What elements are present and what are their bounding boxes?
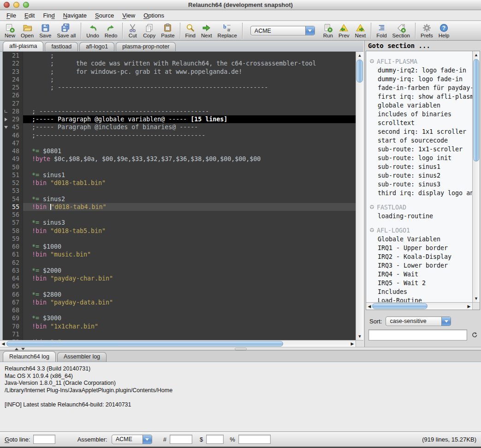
code-text[interactable]: ;----- Paragraph @globale variablen@ ---… bbox=[23, 115, 356, 123]
scroll-down-arrow-icon[interactable]: ▼ bbox=[473, 295, 480, 302]
fold-gutter[interactable] bbox=[3, 211, 9, 219]
section-item[interactable]: Load-Routine bbox=[366, 296, 472, 302]
section-item[interactable]: Includes bbox=[366, 287, 472, 296]
fold-gutter[interactable] bbox=[3, 84, 9, 91]
menu-options[interactable]: Options bbox=[139, 11, 168, 20]
fold-gutter[interactable] bbox=[3, 291, 9, 299]
editor-hscroll-thumb[interactable] bbox=[6, 341, 283, 346]
fold-gutter[interactable] bbox=[3, 187, 9, 195]
scroll-left-arrow-icon[interactable]: ◀ bbox=[0, 340, 6, 347]
editor-vscroll-thumb[interactable] bbox=[356, 60, 363, 83]
section-item[interactable]: sub-route: logo init bbox=[366, 154, 472, 162]
assembler-combobox[interactable]: ACME bbox=[112, 435, 152, 444]
section-item[interactable]: second irq: 1x1 scroller bbox=[366, 127, 472, 136]
code-line[interactable]: 47 bbox=[3, 139, 356, 147]
editor-horizontal-scrollbar[interactable]: ◀ ▶ bbox=[0, 340, 356, 347]
code-text[interactable] bbox=[23, 235, 356, 243]
code-line[interactable]: 61!bin "music.bin" bbox=[3, 251, 356, 258]
sections-hscroll-thumb[interactable] bbox=[372, 303, 428, 309]
fold-gutter[interactable] bbox=[3, 259, 9, 267]
scroll-up-arrow-icon[interactable]: ▲ bbox=[473, 51, 480, 59]
code-line[interactable]: 27 bbox=[3, 100, 356, 108]
editor-vertical-scrollbar[interactable]: ▲ ▼ bbox=[356, 52, 363, 340]
menu-edit[interactable]: Edit bbox=[20, 11, 39, 20]
fold-gutter[interactable] bbox=[3, 267, 9, 275]
code-text[interactable]: *= $3000 bbox=[23, 314, 356, 322]
fold-gutter[interactable] bbox=[3, 52, 9, 60]
code-line[interactable]: 70!bin "1x1char.bin" bbox=[3, 323, 356, 330]
code-text[interactable] bbox=[23, 100, 356, 108]
code-line[interactable]: 51*= sinus1 bbox=[3, 171, 356, 179]
prefs-button[interactable]: Prefs bbox=[418, 23, 436, 39]
code-text[interactable]: !bin "payday-char.bin" bbox=[23, 275, 356, 282]
code-text[interactable]: !bin "music.bin" bbox=[23, 251, 356, 258]
fold-gutter[interactable] bbox=[3, 227, 9, 235]
section-item[interactable]: sub-route: sinus3 bbox=[366, 180, 472, 189]
fold-gutter[interactable] bbox=[3, 155, 9, 163]
code-line[interactable]: 21 ; bbox=[3, 52, 356, 60]
goto-line-input[interactable] bbox=[33, 435, 55, 444]
fold-gutter[interactable] bbox=[3, 306, 9, 314]
code-line[interactable]: 48*= $0801 bbox=[3, 147, 356, 155]
menu-navigate[interactable]: Navigate bbox=[59, 11, 91, 20]
code-line[interactable]: 58!bin "d018-tab5.bin" bbox=[3, 227, 356, 235]
code-text[interactable]: !bin "d018-tab4.bin" bbox=[23, 203, 356, 211]
code-text[interactable] bbox=[23, 91, 356, 99]
code-line[interactable]: 59 bbox=[3, 235, 356, 243]
replace-button[interactable]: baReplace bbox=[215, 23, 240, 39]
divider-handle[interactable] bbox=[235, 348, 247, 350]
fold-collapsed-icon[interactable] bbox=[5, 118, 7, 121]
code-text[interactable] bbox=[23, 139, 356, 147]
fold-button[interactable]: Fold bbox=[374, 23, 389, 39]
section-item[interactable]: start of sourcecode bbox=[366, 136, 472, 145]
code-line[interactable]: 45;----- Paragraph @includes of binaries… bbox=[3, 123, 356, 131]
save-all-button[interactable]: Save all bbox=[54, 23, 78, 39]
fold-gutter[interactable] bbox=[3, 282, 9, 290]
collapse-up-icon[interactable] bbox=[15, 348, 18, 350]
section-item[interactable]: sub-route: sinus2 bbox=[366, 171, 472, 180]
scroll-right-arrow-icon[interactable]: ▶ bbox=[349, 340, 356, 347]
code-text[interactable]: *= sinus2 bbox=[23, 195, 356, 203]
code-line[interactable]: 60*= $1000 bbox=[3, 243, 356, 251]
code-text[interactable]: *= $1000 bbox=[23, 243, 356, 251]
code-line[interactable]: 23 ; for windows-pc. grab it at www.pope… bbox=[3, 68, 356, 76]
menu-view[interactable]: View bbox=[118, 11, 139, 20]
section-item[interactable]: dummy-irq: logo fade-in bbox=[366, 75, 472, 84]
code-text[interactable]: !bin "d018-tab1.bin" bbox=[23, 179, 356, 187]
fold-gutter[interactable] bbox=[3, 330, 9, 338]
help-button[interactable]: ?Help bbox=[436, 23, 452, 39]
code-text[interactable]: ; for windows-pc. grab it at www.popelga… bbox=[23, 68, 356, 76]
fold-gutter[interactable] bbox=[3, 131, 9, 139]
section-item[interactable]: scrolltext bbox=[366, 119, 472, 127]
fold-gutter[interactable] bbox=[3, 123, 9, 131]
code-line[interactable]: 53 bbox=[3, 187, 356, 195]
fold-gutter[interactable] bbox=[3, 76, 9, 84]
section-item[interactable]: IRQ5 - Wait 2 bbox=[366, 279, 472, 287]
code-line[interactable]: 50 bbox=[3, 163, 356, 171]
section-item[interactable]: third irq: display logo and bbox=[366, 189, 472, 197]
fold-gutter[interactable] bbox=[3, 323, 9, 330]
code-editor[interactable]: 21 ;22 ; the code was written with Relau… bbox=[3, 52, 356, 340]
run-button[interactable]: Run bbox=[321, 23, 336, 39]
code-line[interactable]: 63*= $2000 bbox=[3, 267, 356, 275]
refresh-icon[interactable] bbox=[471, 332, 478, 338]
tab-afl-logo1[interactable]: afl-logo1 bbox=[79, 42, 114, 51]
find-next-button[interactable]: Next bbox=[198, 23, 215, 39]
code-line[interactable]: 67!bin "payday-data.bin" bbox=[3, 299, 356, 306]
menu-find[interactable]: Find bbox=[39, 11, 59, 20]
section-header[interactable]: AFL-LOGO1 bbox=[366, 226, 472, 235]
section-item[interactable]: first irq: show afli-plasma bbox=[366, 92, 472, 101]
code-line[interactable]: 26 bbox=[3, 91, 356, 99]
code-line[interactable]: 65 bbox=[3, 282, 356, 290]
fold-gutter[interactable] bbox=[3, 219, 9, 227]
redo-button[interactable]: Redo bbox=[102, 23, 120, 39]
code-text[interactable]: ; bbox=[23, 76, 356, 84]
fold-gutter[interactable] bbox=[3, 243, 9, 251]
combo-arrow-icon[interactable] bbox=[143, 435, 152, 444]
title-bar[interactable]: Relaunch64 (development snapshot) bbox=[0, 0, 481, 10]
code-text[interactable]: ;----- Paragraph @includes of binaries@ … bbox=[23, 123, 356, 131]
menu-source[interactable]: Source bbox=[91, 11, 118, 20]
code-text[interactable]: ; bbox=[23, 52, 356, 60]
code-line[interactable]: 49!byte $0c,$08,$0a, $00,$9e,$33,$32,$37… bbox=[3, 155, 356, 163]
code-text[interactable] bbox=[23, 163, 356, 171]
